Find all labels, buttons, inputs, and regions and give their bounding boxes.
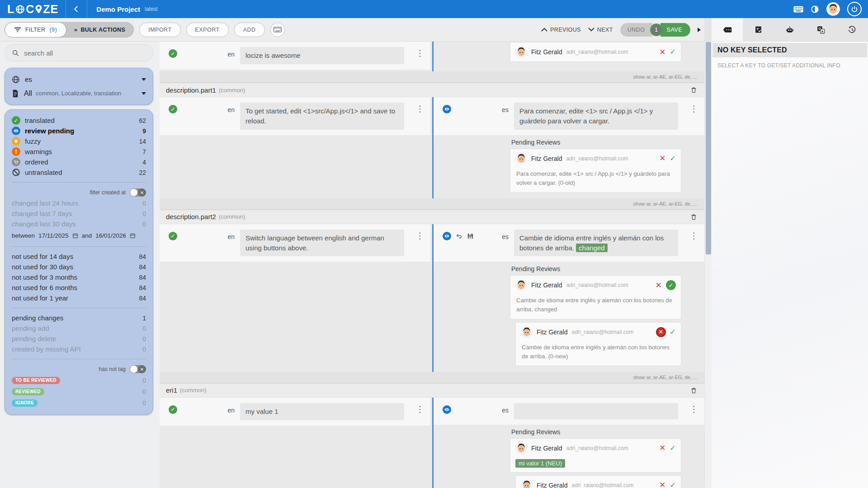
save-button[interactable]: SAVE bbox=[660, 23, 690, 37]
delete-key-button[interactable] bbox=[689, 386, 698, 395]
save-change-icon[interactable] bbox=[467, 233, 474, 239]
reject-review-selected-icon[interactable]: ✕ bbox=[656, 327, 666, 337]
translated-check-icon: ✓ bbox=[169, 405, 177, 414]
row-menu-button[interactable]: ⋮ bbox=[410, 47, 430, 57]
expand-arrow-icon[interactable] bbox=[698, 28, 701, 32]
reject-review-icon[interactable]: ✕ bbox=[659, 48, 665, 56]
approve-review-selected-icon[interactable]: ✓ bbox=[666, 280, 676, 290]
filter-changed-7d[interactable]: changed last 7 days 0 bbox=[12, 208, 146, 219]
filter-created-at-toggle[interactable]: ✕ bbox=[130, 188, 146, 197]
document-icon bbox=[12, 89, 19, 98]
target-value-input[interactable]: Para comenzar, edite <1> src / App.js </… bbox=[514, 103, 678, 130]
right-panel-tabs: GA bbox=[704, 18, 868, 41]
reject-review-icon[interactable]: ✕ bbox=[656, 282, 662, 289]
filter-tag-ignore[interactable]: IGNORE 0 bbox=[12, 397, 146, 408]
row-menu-button[interactable]: ⋮ bbox=[684, 230, 704, 240]
previous-button[interactable]: PREVIOUS bbox=[541, 27, 581, 33]
reject-review-icon[interactable]: ✕ bbox=[659, 155, 665, 162]
row-menu-button[interactable]: ⋮ bbox=[410, 230, 430, 240]
undo-button[interactable]: UNDO bbox=[620, 23, 652, 37]
tab-key-info[interactable] bbox=[712, 18, 743, 41]
locize-logo[interactable]: L C ZE bbox=[0, 3, 66, 16]
search-box[interactable] bbox=[5, 44, 153, 61]
row-menu-button[interactable]: ⋮ bbox=[684, 103, 704, 113]
back-button[interactable] bbox=[66, 0, 87, 18]
reject-review-icon[interactable]: ✕ bbox=[659, 444, 665, 452]
filter-not-used-3m[interactable]: not used for 3 months 84 bbox=[12, 272, 146, 282]
source-value-input[interactable]: my value 1 bbox=[240, 403, 404, 420]
approve-review-icon[interactable]: ✓ bbox=[670, 155, 676, 162]
show-more-languages[interactable]: show ar, ar-AE, ar-EG, de, ... bbox=[160, 198, 704, 210]
keyboard-shortcuts-icon[interactable] bbox=[793, 6, 803, 13]
filter-not-used-14d[interactable]: not used for 14 days 84 bbox=[12, 251, 146, 262]
calendar-icon[interactable] bbox=[130, 233, 136, 239]
next-button[interactable]: NEXT bbox=[588, 27, 613, 33]
filter-changed-24h[interactable]: changed last 24 hours 0 bbox=[12, 198, 146, 208]
filter-count: 84 bbox=[139, 253, 146, 260]
source-column: ✓ en locize is awesome ⋮ bbox=[160, 42, 430, 71]
filter-label: translated bbox=[25, 117, 55, 124]
filter-button[interactable]: FILTER (9) bbox=[5, 22, 66, 38]
show-more-languages[interactable]: show ar, ar-AE, ar-EG, de, ... bbox=[160, 372, 704, 383]
filter-translated[interactable]: ✓ translated 62 bbox=[12, 115, 146, 126]
filter-created-missing-api[interactable]: created by missing API 0 bbox=[12, 344, 146, 354]
filter-review-pending[interactable]: review pending 9 bbox=[12, 126, 146, 136]
undo-change-icon[interactable] bbox=[455, 233, 463, 239]
filter-pending-add[interactable]: pending add 0 bbox=[12, 323, 146, 333]
reject-review-icon[interactable]: ✕ bbox=[659, 481, 665, 488]
pending-review-card: Fitz Gerald adri_raiano@hotmail.com ✕ ✓ … bbox=[516, 476, 681, 488]
filter-pending-changes[interactable]: pending changes 1 bbox=[12, 313, 146, 323]
row-menu-button[interactable]: ⋮ bbox=[410, 103, 430, 113]
double-chevron-icon: » bbox=[74, 27, 77, 33]
source-value-input[interactable]: To get started, edit <1>src/App.js</1> a… bbox=[240, 103, 404, 130]
filter-fuzzy[interactable]: fuzzy 14 bbox=[12, 136, 146, 146]
date-from-field[interactable]: 17/11/2025 bbox=[38, 232, 69, 239]
filter-ordered[interactable]: ordered 4 bbox=[12, 157, 146, 167]
undo-save-group: UNDO 1 SAVE bbox=[620, 23, 690, 37]
source-value-input[interactable]: locize is awesome bbox=[240, 47, 404, 64]
show-more-languages[interactable]: show ar, ar-AE, ar-EG, de, ... bbox=[160, 71, 704, 83]
main-scrollbar[interactable] bbox=[704, 42, 712, 488]
add-button[interactable]: ADD bbox=[234, 23, 265, 37]
theme-contrast-icon[interactable] bbox=[811, 5, 819, 14]
source-value-input[interactable]: Switch language between english and germ… bbox=[240, 230, 404, 257]
search-input[interactable] bbox=[24, 49, 146, 57]
filter-changed-30d[interactable]: changed last 30 days 0 bbox=[12, 219, 146, 229]
approve-review-icon[interactable]: ✓ bbox=[670, 445, 676, 452]
import-button[interactable]: IMPORT bbox=[139, 23, 180, 37]
filter-untranslated[interactable]: untranslated 22 bbox=[12, 167, 146, 178]
target-lang-label: es bbox=[491, 103, 509, 113]
user-avatar[interactable] bbox=[826, 2, 840, 16]
logout-power-button[interactable] bbox=[847, 2, 862, 16]
tab-translate[interactable]: GA bbox=[806, 18, 837, 41]
bulk-actions-button[interactable]: » BULK ACTIONS bbox=[66, 23, 133, 37]
row-menu-button[interactable]: ⋮ bbox=[410, 403, 430, 413]
filter-not-used-6m[interactable]: not used for 6 months 84 bbox=[12, 282, 146, 293]
reviewer-name: Fitz Gerald bbox=[531, 48, 562, 56]
row-menu-button[interactable]: ⋮ bbox=[684, 403, 704, 413]
approve-review-icon[interactable]: ✓ bbox=[670, 328, 676, 336]
tab-review-tasks[interactable] bbox=[743, 18, 774, 41]
filter-tag-to-be-reviewed[interactable]: TO BE REVIEWED 0 bbox=[12, 375, 146, 386]
target-value-input[interactable] bbox=[514, 403, 678, 419]
filter-pending-delete[interactable]: pending delete 0 bbox=[12, 333, 146, 344]
filter-not-used-30d[interactable]: not used for 30 days 84 bbox=[12, 262, 146, 272]
filter-not-used-1y[interactable]: not used for 1 year 84 bbox=[12, 293, 146, 303]
namespace-select[interactable]: All common, Localizable, translation bbox=[12, 86, 146, 100]
has-not-tag-toggle[interactable]: ✕ bbox=[130, 365, 146, 373]
keyboard-mode-button[interactable] bbox=[270, 23, 285, 37]
approve-review-icon[interactable]: ✓ bbox=[670, 482, 676, 488]
scrollbar-thumb[interactable] bbox=[706, 42, 711, 254]
filter-warnings[interactable]: ! warnings 7 bbox=[12, 146, 146, 157]
export-button[interactable]: EXPORT bbox=[186, 23, 229, 37]
delete-key-button[interactable] bbox=[689, 212, 698, 221]
language-select[interactable]: es bbox=[12, 72, 146, 86]
calendar-icon[interactable] bbox=[72, 233, 78, 239]
approve-review-icon[interactable]: ✓ bbox=[670, 48, 676, 56]
tab-history[interactable] bbox=[837, 18, 868, 41]
tab-machine-translation[interactable] bbox=[774, 18, 805, 41]
target-value-input[interactable]: Cambie de idioma entre inglés y alemán c… bbox=[514, 230, 678, 257]
delete-key-button[interactable] bbox=[689, 85, 698, 94]
date-to-field[interactable]: 16/01/2026 bbox=[95, 232, 126, 239]
filter-tag-reviewed[interactable]: REVIEWED 0 bbox=[12, 386, 146, 397]
